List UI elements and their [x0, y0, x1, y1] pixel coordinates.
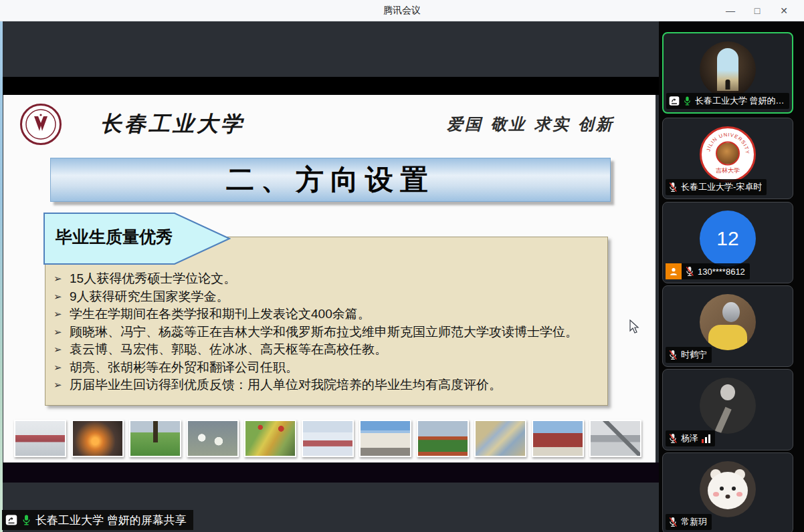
participant-name: 130****8612 [698, 267, 745, 277]
minimize-button[interactable]: — [717, 0, 744, 21]
window-title: 腾讯会议 [383, 5, 421, 17]
mic-muted-icon [668, 517, 678, 527]
bullet-list: ➢15人获得优秀硕士学位论文。 ➢9人获得研究生国家奖学金。 ➢学生在学期间在各… [54, 270, 606, 394]
mic-muted-icon [668, 433, 678, 444]
participant-namebar: 时鹤宁 [666, 347, 712, 363]
network-signal-icon [702, 434, 710, 443]
bullet-item: ➢学生在学期间在各类学报和期刊上发表论文400余篇。 [54, 305, 606, 323]
screen-share-banner: 长春工业大学 曾妍的屏幕共享 [2, 510, 193, 530]
participant-namebar: 130****8612 [666, 263, 750, 279]
maximize-button[interactable]: □ [744, 0, 771, 21]
bullet-item: ➢9人获得研究生国家奖学金。 [54, 288, 606, 306]
participant-name: 杨泽 [681, 432, 698, 444]
screen-share-icon [669, 96, 680, 106]
svg-text:吉林大学: 吉林大学 [716, 167, 740, 174]
avatar-number: 12 [700, 211, 756, 267]
university-logo [20, 104, 62, 145]
section-title: 二、方向设置 [226, 161, 435, 198]
presentation-slide: 长春工业大学 爱国 敬业 求实 创新 二、方向设置 毕业生质量优秀 ➢15人获得… [3, 95, 656, 462]
bullet-item: ➢历届毕业生回访得到优质反馈：用人单位对我院培养的毕业生均有高度评价。 [54, 376, 606, 394]
campus-photo-strip [14, 420, 641, 460]
avatar-dog-photo [700, 461, 756, 517]
avatar-bw-photo [700, 378, 756, 434]
campus-photo-4 [187, 420, 239, 457]
avatar-masked-person [700, 294, 756, 350]
mic-muted-icon [668, 182, 678, 192]
presentation-letterbox-top [3, 77, 659, 95]
participant-name: 长春工业大学-宋卓时 [681, 181, 762, 193]
close-button[interactable]: ✕ [771, 0, 797, 21]
campus-photo-8 [417, 420, 469, 457]
participant-namebar: 杨泽 [666, 430, 715, 446]
participant-tile-presenter[interactable]: 长春工业大学 曾妍的… [662, 32, 793, 114]
participant-tile[interactable]: 12 130****8612 [662, 202, 793, 283]
screen-share-icon [5, 514, 17, 526]
participant-namebar: 长春工业大学-宋卓时 [666, 179, 767, 195]
title-bar: 腾讯会议 — □ ✕ [0, 0, 804, 21]
university-name: 长春工业大学 [100, 110, 245, 139]
participant-namebar: 常新玥 [666, 514, 712, 530]
campus-photo-5 [244, 420, 296, 457]
campus-photo-6 [302, 420, 354, 457]
callout-label: 毕业生质量优秀 [56, 226, 173, 248]
mic-muted-icon [668, 350, 678, 360]
bullet-item: ➢15人获得优秀硕士学位论文。 [54, 270, 606, 288]
avatar-university-seal: JILIN UNIVERSITY · CHINA 吉林大学 [700, 126, 756, 182]
university-logo-emblem [25, 108, 57, 140]
guest-badge-icon [666, 263, 682, 279]
participant-tile[interactable]: 杨泽 [662, 369, 793, 450]
participant-tile[interactable]: JILIN UNIVERSITY · CHINA 吉林大学 长春工业大学-宋卓时 [662, 118, 793, 199]
svg-text:JILIN UNIVERSITY · CHINA: JILIN UNIVERSITY · CHINA [702, 128, 750, 154]
mic-on-icon [21, 514, 31, 526]
mouse-cursor [629, 319, 640, 334]
campus-photo-10 [532, 420, 584, 457]
bullet-item: ➢袁云博、马宏伟、郭聪、佐冰冰、高天枢等在高校任教。 [54, 341, 606, 359]
campus-photo-1 [14, 420, 66, 457]
participant-namebar: 长春工业大学 曾妍的… [666, 93, 789, 109]
mic-muted-icon [685, 266, 694, 277]
university-motto: 爱国 敬业 求实 创新 [447, 114, 614, 135]
participant-name: 时鹤宁 [681, 349, 707, 361]
presentation-letterbox-bottom [3, 462, 659, 483]
screen-share-view: 长春工业大学 爱国 敬业 求实 创新 二、方向设置 毕业生质量优秀 ➢15人获得… [0, 21, 659, 532]
participant-name: 常新玥 [681, 516, 707, 528]
campus-photo-3 [129, 420, 181, 457]
campus-photo-7 [359, 420, 411, 457]
campus-photo-9 [474, 420, 526, 457]
participant-tile[interactable]: 常新玥 [662, 452, 793, 532]
bullet-item: ➢胡亮、张胡彬等在外贸和翻译公司任职。 [54, 359, 606, 377]
participants-sidebar: 长春工业大学 曾妍的… JILIN UNIVERSITY · CHINA 吉林大… [659, 21, 804, 532]
participant-tile[interactable]: 时鹤宁 [662, 285, 793, 367]
window-controls: — □ ✕ [717, 0, 797, 21]
section-title-banner: 二、方向设置 [50, 158, 611, 202]
bullet-item: ➢顾晓琳、冯宁、杨蕊等正在吉林大学和俄罗斯布拉戈维申斯克国立师范大学攻读博士学位… [54, 323, 606, 342]
campus-photo-11 [589, 420, 641, 457]
avatar-archway-photo [700, 41, 756, 98]
participant-name: 长春工业大学 曾妍的… [695, 95, 785, 107]
shared-desktop-edge [0, 21, 3, 532]
meeting-main-area: 长春工业大学 爱国 敬业 求实 创新 二、方向设置 毕业生质量优秀 ➢15人获得… [0, 21, 804, 532]
campus-photo-2 [72, 420, 124, 457]
screen-share-label: 长春工业大学 曾妍的屏幕共享 [35, 513, 187, 528]
mic-on-icon [683, 96, 692, 106]
